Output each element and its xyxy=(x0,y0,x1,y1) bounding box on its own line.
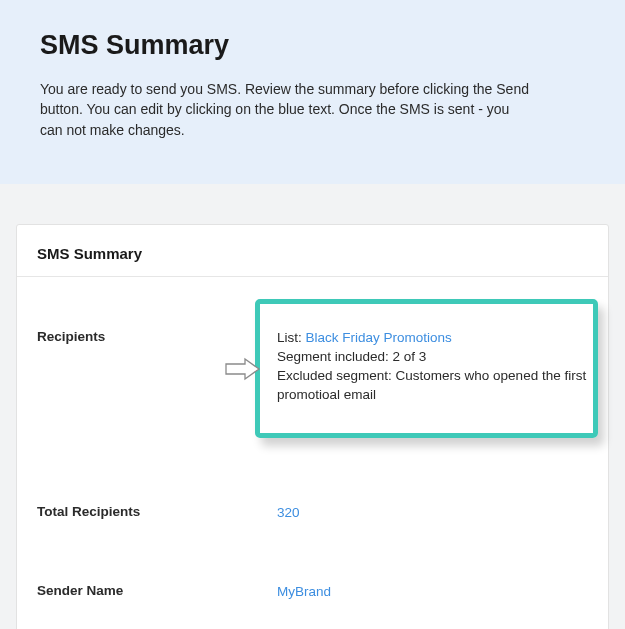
link-list-name[interactable]: Black Friday Promotions xyxy=(306,330,452,345)
value-total-recipients: 320 xyxy=(277,504,608,523)
header-area: SMS Summary You are ready to send you SM… xyxy=(0,0,625,184)
label-recipients: Recipients xyxy=(37,329,277,344)
list-prefix: List: xyxy=(277,330,306,345)
row-total-recipients: Total Recipients 320 xyxy=(17,474,608,553)
row-sender-name: Sender Name MyBrand xyxy=(17,553,608,629)
recipients-line-excluded-segment: Excluded segment: Customers who opened t… xyxy=(277,367,608,405)
recipients-line-segment-included: Segment included: 2 of 3 xyxy=(277,348,608,367)
summary-rows: Recipients List: Black Friday Promotions xyxy=(17,277,608,629)
card-title-row: SMS Summary xyxy=(17,225,608,277)
summary-card: SMS Summary Recipients List: Black F xyxy=(16,224,609,629)
arrow-icon xyxy=(223,357,263,387)
value-recipients: List: Black Friday Promotions Segment in… xyxy=(277,329,608,405)
page-title: SMS Summary xyxy=(40,30,585,61)
card-title: SMS Summary xyxy=(37,245,588,262)
value-sender-name: MyBrand xyxy=(277,583,608,602)
card-wrap: SMS Summary Recipients List: Black F xyxy=(0,184,625,629)
link-total-recipients[interactable]: 320 xyxy=(277,505,300,520)
link-sender-name[interactable]: MyBrand xyxy=(277,584,331,599)
label-sender-name: Sender Name xyxy=(37,583,277,598)
row-recipients: Recipients List: Black Friday Promotions xyxy=(17,281,608,475)
label-total-recipients: Total Recipients xyxy=(37,504,277,519)
recipients-line-list: List: Black Friday Promotions xyxy=(277,329,608,348)
page-subtitle: You are ready to send you SMS. Review th… xyxy=(40,79,530,140)
